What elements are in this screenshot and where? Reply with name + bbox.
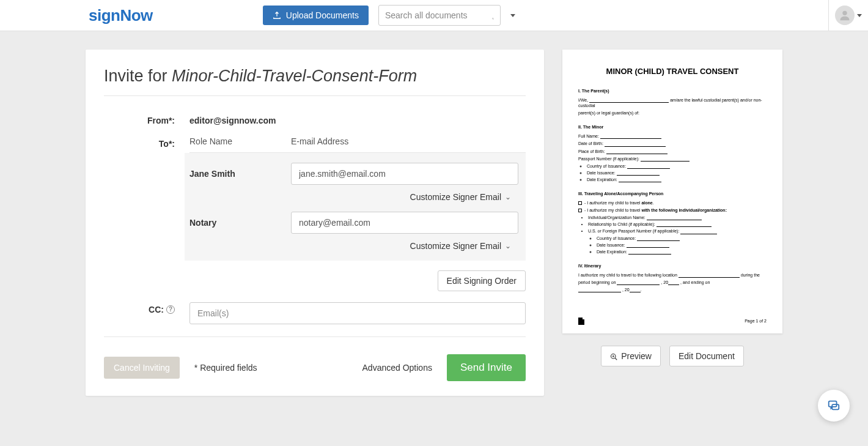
preview-label: Preview [621, 351, 652, 361]
advanced-options-link[interactable]: Advanced Options [362, 363, 432, 373]
cancel-inviting-button[interactable]: Cancel Inviting [104, 357, 180, 379]
required-fields-note: * Required fields [194, 363, 257, 373]
preview-actions: Preview Edit Document [562, 346, 782, 366]
doc-line: I/We, am/are the lawful custodial parent… [578, 97, 767, 108]
doc-preview-footer: Page 1 of 2 [578, 318, 767, 325]
doc-section: III. Traveling Alone/Accompanying Person [578, 191, 767, 196]
chevron-down-icon: ⌄ [505, 193, 511, 203]
caret-down-icon [510, 14, 515, 17]
page-indicator: Page 1 of 2 [745, 318, 767, 324]
user-menu[interactable] [828, 0, 868, 31]
invite-panel: Invite for Minor-Child-Travel-Consent-Fo… [86, 50, 544, 396]
customize-signer-email[interactable]: Customize Signer Email ⌄ [185, 241, 518, 251]
chevron-down-icon: ⌄ [505, 242, 511, 251]
cc-label-text: CC: [149, 305, 164, 314]
doc-section: IV. Itinerary [578, 263, 767, 269]
help-icon[interactable]: ? [166, 305, 175, 314]
search-input[interactable] [385, 10, 492, 20]
recipient-row: Notary [185, 212, 518, 234]
divider [104, 336, 526, 337]
email-header: E-mail Address [291, 136, 526, 146]
customize-label: Customize Signer Email [410, 192, 501, 202]
cc-row: CC: ? [104, 302, 526, 324]
to-label: To*: [104, 136, 189, 149]
doc-line: parent(s) or legal guardian(s) of: [578, 110, 767, 116]
chat-icon [827, 399, 840, 412]
upload-documents-button[interactable]: Upload Documents [263, 6, 369, 25]
invite-title-prefix: Invite for [104, 67, 172, 85]
cc-input[interactable] [189, 302, 526, 324]
magnify-icon [610, 352, 617, 360]
recipient-role: Jane Smith [189, 169, 291, 179]
customize-label: Customize Signer Email [410, 241, 501, 251]
doc-section: I. The Parent(s) [578, 88, 767, 94]
from-label: From*: [104, 113, 189, 125]
to-headers: Role Name E-mail Address [189, 136, 526, 146]
recipient-row: Jane Smith [185, 163, 518, 185]
app-header: signNow Upload Documents [0, 0, 868, 31]
main-content: Invite for Minor-Child-Travel-Consent-Fo… [0, 31, 868, 396]
svg-point-0 [492, 18, 493, 19]
doc-preview-title: MINOR (CHILD) TRAVEL CONSENT [578, 67, 767, 77]
avatar [835, 6, 855, 25]
upload-label: Upload Documents [286, 10, 359, 20]
document-thumbnail[interactable]: MINOR (CHILD) TRAVEL CONSENT I. The Pare… [562, 50, 782, 333]
logo: signNow [89, 6, 153, 25]
upload-icon [273, 11, 281, 20]
search-filter-dropdown[interactable] [506, 5, 520, 26]
caret-down-icon [857, 14, 862, 17]
search-icon[interactable] [492, 11, 494, 20]
send-invite-button[interactable]: Send Invite [447, 354, 526, 381]
search-container[interactable] [378, 5, 501, 26]
edit-document-button[interactable]: Edit Document [669, 346, 744, 366]
invite-footer: Cancel Inviting * Required fields Advanc… [104, 354, 526, 381]
recipient-email-input[interactable] [291, 212, 518, 234]
preview-panel: MINOR (CHILD) TRAVEL CONSENT I. The Pare… [562, 50, 782, 366]
divider [104, 95, 526, 96]
svg-point-1 [842, 11, 847, 15]
preview-button[interactable]: Preview [601, 346, 661, 366]
from-value: editor@signnow.com [189, 113, 526, 125]
recipients-block: Jane Smith Customize Signer Email ⌄ Nota… [185, 153, 526, 261]
invite-title: Invite for Minor-Child-Travel-Consent-Fo… [104, 67, 526, 86]
recipient-email-input[interactable] [291, 163, 518, 185]
cc-label: CC: ? [104, 302, 189, 314]
document-icon [578, 318, 584, 325]
invite-document-name: Minor-Child-Travel-Consent-Form [172, 67, 417, 85]
edit-signing-order-button[interactable]: Edit Signing Order [438, 270, 526, 291]
role-header: Role Name [189, 136, 291, 146]
recipient-role: Notary [189, 218, 291, 228]
to-row: To*: Role Name E-mail Address Jane Smith… [104, 136, 526, 291]
chat-support-button[interactable] [818, 390, 850, 422]
doc-section: II. The Minor [578, 124, 767, 130]
customize-signer-email[interactable]: Customize Signer Email ⌄ [185, 192, 518, 202]
from-row: From*: editor@signnow.com [104, 113, 526, 125]
